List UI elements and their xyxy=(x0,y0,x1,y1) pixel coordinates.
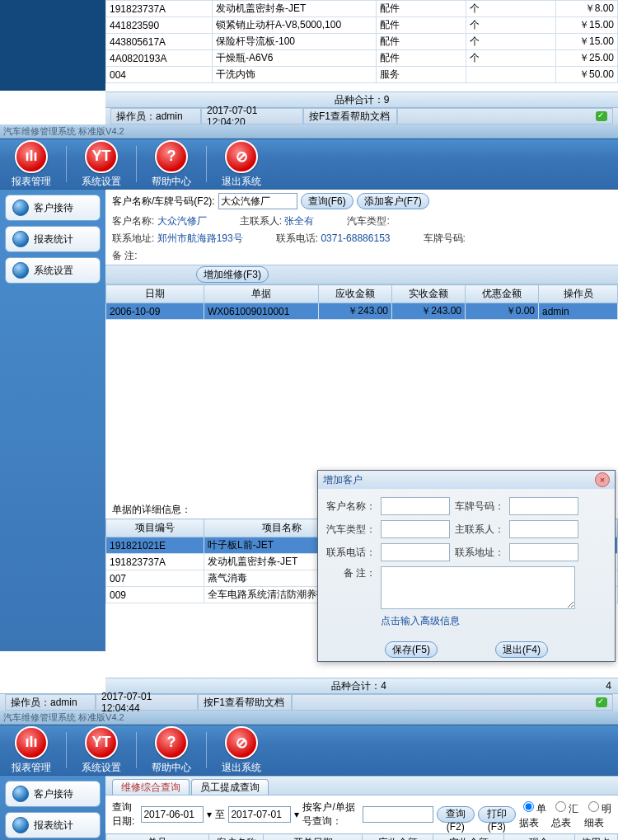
phone-link[interactable]: 0371-68886153 xyxy=(321,232,390,244)
date-from-input[interactable] xyxy=(141,806,204,823)
sidebar-reception-button[interactable]: 客户接待 xyxy=(5,781,101,807)
bar-chart-icon: ılı xyxy=(15,140,48,173)
dlg-cartype-label: 汽车类型： xyxy=(326,523,376,537)
col-operator[interactable]: 操作员 xyxy=(539,285,618,303)
main-toolbar: ılı报表管理 YT系统设置 ?帮助中心 ⊘退出系统 xyxy=(0,138,618,190)
order-query-input[interactable] xyxy=(363,806,433,823)
toolbar-exit-button[interactable]: ⊘退出系统 xyxy=(217,140,266,189)
app-title-bar: 汽车维修管理系统 标准版V4.2 xyxy=(0,124,618,138)
status-time: 2017-07-01 12:04:44 xyxy=(96,694,198,711)
toolbar-exit-button[interactable]: ⊘退出系统 xyxy=(217,726,266,775)
add-customer-button[interactable]: 添加客户(F7) xyxy=(357,193,429,209)
sphere-icon xyxy=(12,786,29,802)
calendar-icon[interactable]: ▾ xyxy=(207,809,212,820)
detail-total: 品种合计：4 xyxy=(331,679,386,693)
dlg-cartype-input[interactable] xyxy=(381,520,450,538)
col-card[interactable]: 信用卡 xyxy=(574,834,617,841)
table-row[interactable]: 443805617A保险杆导流板-100配件个￥15.00 xyxy=(106,34,618,50)
query-print-button[interactable]: 打印(F3) xyxy=(478,806,516,823)
cust-name-label: 客户名称: xyxy=(112,215,154,227)
main-toolbar-2: ılı报表管理 YT系统设置 ?帮助中心 ⊘退出系统 xyxy=(0,725,618,776)
customer-search-input[interactable] xyxy=(218,193,297,209)
toolbar-help-button[interactable]: ?帮助中心 xyxy=(147,140,196,189)
cust-name-link[interactable]: 大众汽修厂 xyxy=(157,215,207,227)
parts-table-top: 191823737A发动机盖密封条-JET配件个￥8.00441823590锁紧… xyxy=(105,0,618,83)
table-row[interactable]: 4A0820193A干燥瓶-A6V6配件个￥25.00 xyxy=(106,50,618,67)
col-cash[interactable]: 现金 xyxy=(503,834,574,841)
radio-detail[interactable]: 明细表 xyxy=(584,799,611,830)
table-row[interactable]: 191823737A发动机盖密封条-JET配件个￥8.00 xyxy=(106,1,618,17)
contact-link[interactable]: 张全有 xyxy=(284,215,314,227)
col-should[interactable]: 应收金额 xyxy=(363,834,433,841)
table-row[interactable]: 004干洗内饰服务￥50.00 xyxy=(106,67,618,83)
sphere-icon xyxy=(12,199,29,216)
order-row-selected[interactable]: 2006-10-09WX061009010001 ￥243.00￥243.00 … xyxy=(106,303,618,320)
add-customer-dialog: 增加客户× 客户名称： 车牌号码： 汽车类型： 主联系人： 联系电话： 联系地址… xyxy=(317,470,616,662)
col-item-code[interactable]: 项目编号 xyxy=(106,519,204,537)
add-repair-button[interactable]: 增加维修(F3) xyxy=(196,266,269,283)
dlg-plate-input[interactable] xyxy=(509,497,578,515)
search-button[interactable]: 查询(F6) xyxy=(301,193,353,209)
cartype-label: 汽车类型: xyxy=(347,214,389,228)
sidebar-report-button[interactable]: 报表统计 xyxy=(5,226,101,252)
col-date[interactable]: 开单日期 xyxy=(264,834,363,841)
col-cust[interactable]: 客户名称 xyxy=(209,834,264,841)
status-help: 按F1查看帮助文档 xyxy=(303,108,397,124)
tab-commission-query[interactable]: 员工提成查询 xyxy=(191,779,269,795)
dlg-plate-label: 车牌号码： xyxy=(455,500,504,514)
plate-label: 车牌号码: xyxy=(424,232,466,246)
dlg-save-button[interactable]: 保存(F5) xyxy=(385,641,438,658)
status-ok-icon xyxy=(596,697,607,707)
dlg-advanced-link[interactable]: 点击输入高级信息 xyxy=(381,615,460,626)
status-ok-icon xyxy=(596,111,607,121)
sphere-icon xyxy=(12,817,29,833)
col-actual[interactable]: 实收金额 xyxy=(392,285,466,303)
app-title-bar-2: 汽车维修管理系统 标准版V4.2 xyxy=(0,711,618,725)
sphere-icon xyxy=(12,231,29,247)
detail-right-count: 4 xyxy=(606,680,611,692)
dlg-contact-input[interactable] xyxy=(509,520,578,538)
orders-grid: 日期 单据 应收金额 实收金额 优惠金额 操作员 2006-10-09WX061… xyxy=(105,284,618,320)
date-label: 查询日期: xyxy=(112,800,138,828)
sidebar-settings-button[interactable]: 系统设置 xyxy=(5,257,101,284)
report-grid: 单号 客户名称 开单日期 应收金额 实收金额 现金 信用卡 WX17070101… xyxy=(105,833,618,840)
dlg-contact-label: 主联系人： xyxy=(455,523,504,537)
order-query-label: 按客户/单据号查询： xyxy=(302,800,358,828)
col-discount[interactable]: 优惠金额 xyxy=(466,285,539,303)
col-date[interactable]: 日期 xyxy=(106,285,204,303)
date-to-input[interactable] xyxy=(228,806,291,823)
col-actual[interactable]: 实收金额 xyxy=(433,834,504,841)
status-bar-1: 操作员：admin 2017-07-01 12:04:20 按F1查看帮助文档 xyxy=(105,107,618,124)
table-row[interactable]: 441823590锁紧销止动杆A-V8,5000,100配件个￥15.00 xyxy=(106,17,618,34)
dlg-name-input[interactable] xyxy=(381,497,450,515)
sidebar-reception-button[interactable]: 客户接待 xyxy=(5,195,101,221)
toolbar-help-button[interactable]: ?帮助中心 xyxy=(147,726,196,775)
dlg-name-label: 客户名称： xyxy=(326,500,376,514)
toolbar-report-button[interactable]: ılı报表管理 xyxy=(7,726,56,775)
dlg-note-textarea[interactable] xyxy=(381,566,575,609)
status-help: 按F1查看帮助文档 xyxy=(198,694,292,711)
addr-link[interactable]: 郑州市航海路193号 xyxy=(157,232,243,244)
col-order[interactable]: 单号 xyxy=(106,834,209,841)
dialog-title: 增加客户 xyxy=(323,473,363,487)
dialog-close-button[interactable]: × xyxy=(595,472,610,487)
calendar-icon[interactable]: ▾ xyxy=(294,809,299,820)
tab-repair-query[interactable]: 维修综合查询 xyxy=(112,779,190,795)
tools-icon: YT xyxy=(85,140,118,173)
query-search-button[interactable]: 查询(F2) xyxy=(437,806,475,823)
dlg-addr-input[interactable] xyxy=(509,543,578,561)
toolbar-settings-button[interactable]: YT系统设置 xyxy=(77,140,126,189)
no-entry-icon: ⊘ xyxy=(225,140,258,173)
radio-sum[interactable]: 汇总表 xyxy=(551,799,578,830)
col-should[interactable]: 应收金额 xyxy=(319,285,392,303)
toolbar-settings-button[interactable]: YT系统设置 xyxy=(77,726,126,775)
sidebar-report-button[interactable]: 报表统计 xyxy=(5,812,101,838)
dlg-exit-button[interactable]: 退出(F4) xyxy=(495,641,548,658)
parts-total: 品种合计：9 xyxy=(105,92,618,107)
app-logo xyxy=(0,0,105,91)
radio-single[interactable]: 单据表 xyxy=(519,799,546,830)
toolbar-report-button[interactable]: ılı报表管理 xyxy=(7,140,56,189)
col-order[interactable]: 单据 xyxy=(204,285,319,303)
dlg-phone-input[interactable] xyxy=(381,543,450,561)
status-operator: 操作员：admin xyxy=(5,694,96,711)
